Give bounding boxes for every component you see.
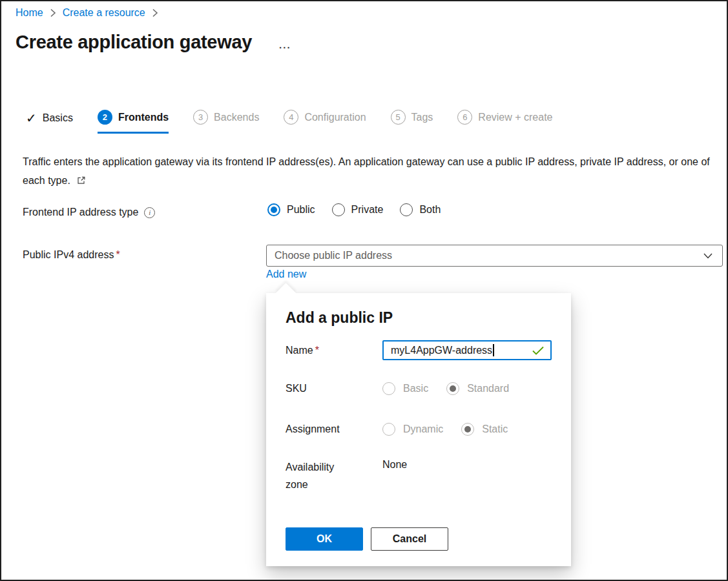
dialog-title: Add a public IP xyxy=(286,309,552,327)
assignment-label: Assignment xyxy=(286,420,358,438)
availability-zone-row: Availability zone None xyxy=(286,458,552,493)
more-options-button[interactable]: ... xyxy=(279,39,291,50)
radio-option-dynamic: Dynamic xyxy=(382,423,443,436)
frontends-description: Traffic enters the application gateway v… xyxy=(23,152,719,191)
radio-option-static: Static xyxy=(461,423,508,436)
breadcrumb-link-create-a-resource[interactable]: Create a resource xyxy=(63,7,145,19)
dialog-buttons: OK Cancel xyxy=(286,527,448,551)
tab-label: Backends xyxy=(214,112,259,123)
radio-icon xyxy=(382,423,395,436)
ok-button[interactable]: OK xyxy=(286,527,363,551)
step-number-badge: 2 xyxy=(98,110,112,125)
radio-option-both[interactable]: Both xyxy=(400,203,441,216)
sku-label: SKU xyxy=(286,380,358,397)
page-title: Create application gateway xyxy=(16,32,252,53)
radio-icon xyxy=(446,382,459,395)
chevron-down-icon xyxy=(703,250,713,261)
chevron-right-icon xyxy=(50,8,56,17)
tab-label: Basics xyxy=(43,112,73,124)
add-public-ip-dialog: Add a public IP Name* myL4AppGW-address … xyxy=(266,293,571,566)
radio-icon xyxy=(332,203,345,216)
assignment-field-row: Assignment Dynamic Static xyxy=(286,420,552,438)
availability-zone-label: Availability zone xyxy=(286,458,358,493)
radio-option-private[interactable]: Private xyxy=(332,203,384,216)
public-ip-dropdown[interactable]: Choose public IP address xyxy=(266,245,723,267)
tab-review-create[interactable]: 6 Review + create xyxy=(457,110,552,134)
name-input-value: myL4AppGW-address xyxy=(391,345,492,356)
required-marker: * xyxy=(116,249,120,260)
dialog-body: Add a public IP Name* myL4AppGW-address … xyxy=(266,293,571,566)
sku-radio-group: Basic Standard xyxy=(382,382,509,395)
valid-checkmark-icon xyxy=(532,345,545,356)
text-cursor xyxy=(493,344,494,356)
cancel-button[interactable]: Cancel xyxy=(371,527,448,551)
radio-label: Basic xyxy=(403,383,428,394)
name-field-row: Name* myL4AppGW-address xyxy=(286,340,552,360)
tab-frontends[interactable]: 2 Frontends xyxy=(98,110,169,134)
radio-label: Dynamic xyxy=(403,423,443,435)
radio-option-public[interactable]: Public xyxy=(267,203,315,216)
tab-label: Tags xyxy=(411,112,433,123)
step-number-badge: 4 xyxy=(284,110,298,125)
step-number-badge: 5 xyxy=(391,110,406,125)
radio-option-basic: Basic xyxy=(382,382,428,395)
name-label-text: Name xyxy=(286,345,313,356)
name-input[interactable]: myL4AppGW-address xyxy=(382,340,552,360)
info-icon[interactable]: i xyxy=(144,207,155,218)
radio-label: Standard xyxy=(467,383,509,394)
tab-tags[interactable]: 5 Tags xyxy=(391,110,433,134)
frontend-ip-type-label-row: Frontend IP address type i xyxy=(23,207,155,218)
assignment-radio-group: Dynamic Static xyxy=(382,423,508,436)
tab-label: Frontends xyxy=(118,112,169,123)
radio-label: Public xyxy=(287,204,315,216)
checkmark-icon: ✓ xyxy=(26,112,37,125)
wizard-tabs: ✓ Basics 2 Frontends 3 Backends 4 Config… xyxy=(26,110,553,134)
tab-backends[interactable]: 3 Backends xyxy=(193,110,259,134)
required-marker: * xyxy=(315,345,319,356)
sku-field-row: SKU Basic Standard xyxy=(286,380,552,397)
public-ipv4-label: Public IPv4 address xyxy=(23,249,114,260)
radio-option-standard: Standard xyxy=(446,382,509,395)
radio-icon xyxy=(382,382,395,395)
tab-label: Review + create xyxy=(478,112,552,123)
dropdown-placeholder: Choose public IP address xyxy=(275,250,703,261)
radio-icon xyxy=(267,203,280,216)
breadcrumb-link-home[interactable]: Home xyxy=(16,7,43,19)
radio-icon xyxy=(400,203,413,216)
availability-zone-value: None xyxy=(382,458,407,471)
tab-configuration[interactable]: 4 Configuration xyxy=(284,110,366,134)
public-ipv4-label-row: Public IPv4 address* xyxy=(23,249,120,261)
breadcrumb: Home Create a resource xyxy=(16,7,165,19)
frontend-ip-type-radio-group: Public Private Both xyxy=(267,203,441,216)
step-number-badge: 3 xyxy=(193,110,208,125)
create-application-gateway-page: { "breadcrumb": { "items": [ { "label": … xyxy=(0,0,728,581)
page-header: Create application gateway ... xyxy=(16,32,291,53)
description-text: Traffic enters the application gateway v… xyxy=(23,156,710,186)
radio-label: Static xyxy=(482,423,508,435)
external-link-icon[interactable] xyxy=(76,172,86,191)
radio-icon xyxy=(461,423,474,436)
radio-label: Private xyxy=(351,204,384,216)
tab-label: Configuration xyxy=(304,112,366,123)
add-new-link[interactable]: Add new xyxy=(266,269,306,280)
step-number-badge: 6 xyxy=(457,110,472,125)
chevron-right-icon xyxy=(152,8,158,17)
tab-basics[interactable]: ✓ Basics xyxy=(26,112,73,134)
frontend-ip-type-label: Frontend IP address type xyxy=(23,207,138,218)
radio-label: Both xyxy=(419,204,441,216)
name-label: Name* xyxy=(286,341,358,359)
